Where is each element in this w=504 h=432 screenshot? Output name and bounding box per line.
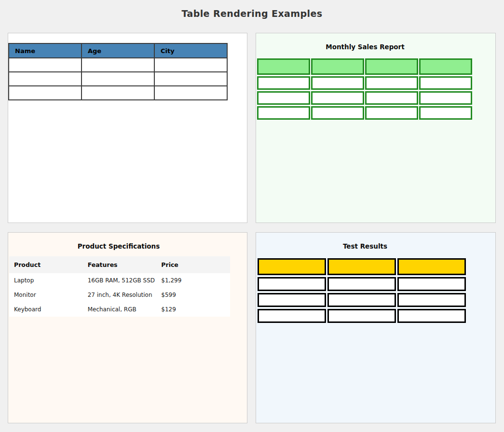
monthly-sales-table (256, 57, 473, 121)
panel-product-specs: Product Specifications Product Features … (8, 232, 247, 423)
table-cell (82, 86, 154, 100)
features-cell: Mechanical, RGB (83, 302, 157, 317)
table-cell (365, 91, 418, 105)
table-row (257, 91, 472, 105)
page-title: Table Rendering Examples (0, 0, 504, 19)
table-cell (311, 106, 364, 120)
table-row (9, 72, 227, 86)
table-cell (311, 91, 364, 105)
product-cell: Monitor (9, 288, 83, 302)
price-cell: $1,299 (156, 273, 230, 288)
table-row (258, 309, 466, 323)
table-cell (257, 76, 310, 90)
panel-test-results: Test Results (256, 232, 496, 423)
table-row (258, 277, 466, 291)
header-cell (258, 258, 326, 275)
price-cell: $599 (156, 288, 230, 302)
table-row (9, 58, 227, 72)
table-cell (419, 76, 472, 90)
table-header-row: Product Features Price (9, 256, 230, 273)
table-row: Monitor 27 inch, 4K Resolution $599 (9, 288, 230, 302)
test-results-title: Test Results (256, 242, 474, 250)
column-header-product: Product (9, 256, 83, 273)
features-cell: 27 inch, 4K Resolution (83, 288, 157, 302)
table-cell (9, 58, 82, 72)
table-row (9, 86, 227, 100)
table-row (257, 76, 472, 90)
table-header-row: Name Age City (9, 43, 227, 58)
column-header-price: Price (156, 256, 230, 273)
table-header-row (258, 258, 466, 275)
table-cell (82, 58, 154, 72)
column-header-age: Age (82, 43, 154, 58)
header-cell (419, 58, 472, 75)
table-cell (311, 76, 364, 90)
table-row: Laptop 16GB RAM, 512GB SSD $1,299 (9, 273, 230, 288)
table-cell (365, 106, 418, 120)
table-cell (327, 309, 396, 323)
table-cell (9, 72, 82, 86)
table-cell (9, 86, 82, 100)
header-cell (327, 258, 396, 275)
header-cell (397, 258, 466, 275)
table-cell (419, 91, 472, 105)
price-cell: $129 (156, 302, 230, 317)
header-cell (257, 58, 310, 75)
table-cell (257, 91, 310, 105)
table-cell (327, 293, 396, 307)
table-cell (82, 72, 154, 86)
features-cell: 16GB RAM, 512GB SSD (83, 273, 157, 288)
panel-basic-table: Name Age City (8, 33, 247, 223)
product-cell: Keyboard (9, 302, 83, 317)
header-cell (311, 58, 364, 75)
table-cell (327, 277, 396, 291)
table-cell (419, 106, 472, 120)
product-specs-table: Product Features Price Laptop 16GB RAM, … (9, 256, 230, 317)
table-header-row (257, 58, 472, 75)
table-cell (258, 293, 326, 307)
table-cell (154, 86, 227, 100)
table-row (257, 106, 472, 120)
table-cell (154, 72, 227, 86)
column-header-city: City (154, 43, 227, 58)
table-cell (258, 277, 326, 291)
panel-monthly-sales: Monthly Sales Report (256, 33, 496, 223)
table-cell (154, 58, 227, 72)
table-row (258, 293, 466, 307)
monthly-sales-title: Monthly Sales Report (256, 43, 474, 51)
table-cell (257, 106, 310, 120)
table-cell (397, 277, 466, 291)
header-cell (365, 58, 418, 75)
product-cell: Laptop (9, 273, 83, 288)
table-cell (258, 309, 326, 323)
product-specs-title: Product Specifications (8, 242, 229, 250)
column-header-features: Features (83, 256, 157, 273)
basic-table: Name Age City (8, 43, 228, 100)
table-cell (397, 293, 466, 307)
test-results-table (256, 256, 467, 325)
table-row: Keyboard Mechanical, RGB $129 (9, 302, 230, 317)
column-header-name: Name (9, 43, 82, 58)
table-cell (365, 76, 418, 90)
table-cell (397, 309, 466, 323)
